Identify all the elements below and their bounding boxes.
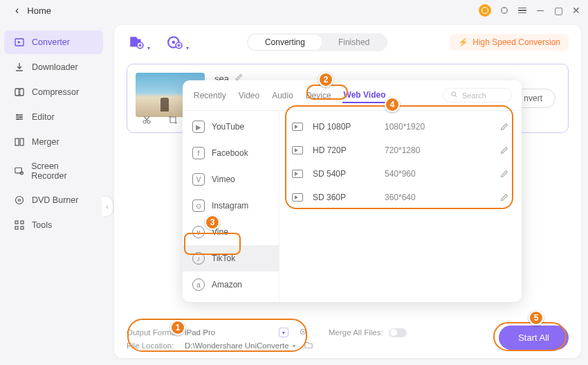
file-tools (141, 114, 178, 125)
bolt-icon (458, 37, 468, 47)
merger-icon (14, 136, 25, 148)
merge-label: Merge All Files: (329, 328, 383, 337)
sidebar-item-label: Downloader (32, 62, 78, 72)
popover-search[interactable]: Search (443, 88, 512, 103)
svg-rect-7 (20, 139, 24, 145)
svg-rect-13 (21, 221, 24, 224)
svg-rect-15 (21, 226, 24, 229)
trim-icon[interactable] (141, 114, 152, 125)
screen-recorder-icon (14, 166, 24, 177)
svg-point-23 (302, 331, 304, 333)
sidebar-item-downloader[interactable]: Downloader (4, 55, 103, 79)
titlebar-right: ─ ▢ ✕ (479, 4, 581, 17)
resolution-hd-1080p[interactable]: HD 1080P 1080*1920 (286, 115, 515, 139)
popover-tab-video[interactable]: Video (237, 88, 261, 103)
crop-icon[interactable] (167, 114, 178, 125)
vine-icon: v (192, 226, 205, 238)
popover-tab-web-video[interactable]: Web Video (342, 87, 387, 103)
svg-point-10 (16, 197, 24, 204)
popover-tab-audio[interactable]: Audio (270, 88, 295, 103)
file-location-dropdown[interactable]: ▾ (293, 343, 295, 349)
output-format-value: iPad Pro (185, 328, 275, 337)
menu-icon[interactable] (517, 6, 527, 15)
maximize-button[interactable]: ▢ (553, 6, 563, 15)
sidebar-item-merger[interactable]: Merger (4, 130, 103, 154)
tiktok-icon: ♪ (192, 252, 205, 265)
home-label[interactable]: Home (27, 6, 51, 16)
compressor-icon (14, 87, 25, 98)
platform-youtube[interactable]: ▶YouTube (183, 114, 279, 140)
sidebar: Converter Downloader Compressor Editor M… (0, 25, 107, 365)
resolution-hd-720p[interactable]: HD 720P 720*1280 (286, 139, 515, 162)
sidebar-item-label: Converter (32, 37, 70, 47)
instagram-icon: ⊙ (192, 199, 205, 212)
add-file-button[interactable]: ▾ (127, 35, 146, 50)
svg-rect-12 (15, 221, 18, 224)
add-dvd-button[interactable]: ▾ (165, 35, 185, 50)
edit-preset-icon[interactable] (499, 122, 509, 132)
tab-finished[interactable]: Finished (322, 35, 386, 50)
callout-4: 4 (385, 97, 400, 112)
vimeo-icon: V (192, 173, 205, 186)
file-location-value: D:\Wondershare UniConverter 1 (185, 341, 288, 350)
facebook-icon: f (192, 147, 205, 159)
tab-converting[interactable]: Converting (248, 35, 322, 50)
video-file-icon (292, 146, 303, 154)
platform-facebook[interactable]: fFacebook (183, 140, 279, 166)
svg-rect-14 (15, 226, 18, 229)
file-location-label: File Location: (127, 341, 181, 350)
platform-list: ▶YouTube fFacebook VVimeo ⊙Instagram vVi… (183, 111, 279, 302)
search-placeholder: Search (462, 91, 486, 100)
resolution-sd-540p[interactable]: SD 540P 540*960 (286, 162, 515, 186)
video-file-icon (292, 170, 303, 178)
titlebar: ‹ Home ─ ▢ ✕ (0, 0, 588, 21)
svg-point-11 (19, 199, 21, 202)
sidebar-item-editor[interactable]: Editor (4, 105, 103, 129)
merge-toggle[interactable] (389, 328, 407, 337)
minimize-button[interactable]: ─ (535, 6, 545, 15)
high-speed-conversion-button[interactable]: High Speed Conversion (450, 34, 569, 51)
platform-tiktok[interactable]: ♪TikTok (183, 245, 279, 271)
sidebar-item-converter[interactable]: Converter (4, 30, 103, 54)
callout-3: 3 (205, 215, 220, 230)
edit-preset-icon[interactable] (499, 193, 509, 202)
sidebar-item-screen-recorder[interactable]: Screen Recorder (4, 155, 103, 187)
popover-tab-recently[interactable]: Recently (192, 88, 228, 103)
svg-point-24 (452, 92, 456, 96)
merge-all-files: Merge All Files: (329, 328, 407, 337)
format-popover: Recently Video Audio Device Web Video Se… (183, 80, 522, 302)
video-file-icon (292, 193, 303, 202)
browse-folder-icon[interactable] (304, 341, 313, 350)
svg-point-3 (17, 114, 19, 116)
avatar-icon[interactable] (479, 4, 491, 17)
platform-instagram[interactable]: ⊙Instagram (183, 193, 279, 219)
platform-vimeo[interactable]: VVimeo (183, 166, 279, 193)
platform-ebay[interactable]: ebayeBay (183, 298, 279, 302)
status-tabs: Converting Finished (247, 33, 387, 51)
close-button[interactable]: ✕ (571, 6, 581, 15)
sidebar-item-tools[interactable]: Tools (4, 213, 103, 237)
popover-body: ▶YouTube fFacebook VVimeo ⊙Instagram vVi… (183, 111, 522, 302)
popover-tab-device[interactable]: Device (304, 88, 333, 103)
edit-preset-icon[interactable] (499, 145, 509, 155)
sidebar-item-label: Editor (32, 112, 55, 122)
amazon-icon: a (192, 278, 205, 291)
video-file-icon (292, 123, 303, 131)
back-button[interactable]: ‹ (15, 4, 19, 17)
platform-vine[interactable]: vVine (183, 219, 279, 245)
sidebar-item-compressor[interactable]: Compressor (4, 80, 103, 104)
sidebar-item-dvd-burner[interactable]: DVD Burner (4, 188, 103, 212)
popover-tabs: Recently Video Audio Device Web Video Se… (183, 80, 522, 111)
edit-preset-icon[interactable] (499, 169, 509, 179)
sidebar-collapse-handle[interactable]: ‹ (102, 197, 113, 216)
resolution-sd-360p[interactable]: SD 360P 360*640 (286, 186, 515, 209)
sidebar-item-label: Tools (32, 220, 52, 230)
platform-amazon[interactable]: aAmazon (183, 271, 279, 298)
start-all-button[interactable]: Start All (499, 326, 569, 350)
dvd-icon (14, 195, 25, 206)
sidebar-item-label: DVD Burner (32, 195, 78, 205)
output-format-dropdown[interactable]: ▾ (279, 328, 288, 337)
tools-icon (14, 220, 25, 231)
support-icon[interactable] (499, 6, 509, 15)
output-settings-icon[interactable] (298, 327, 308, 338)
